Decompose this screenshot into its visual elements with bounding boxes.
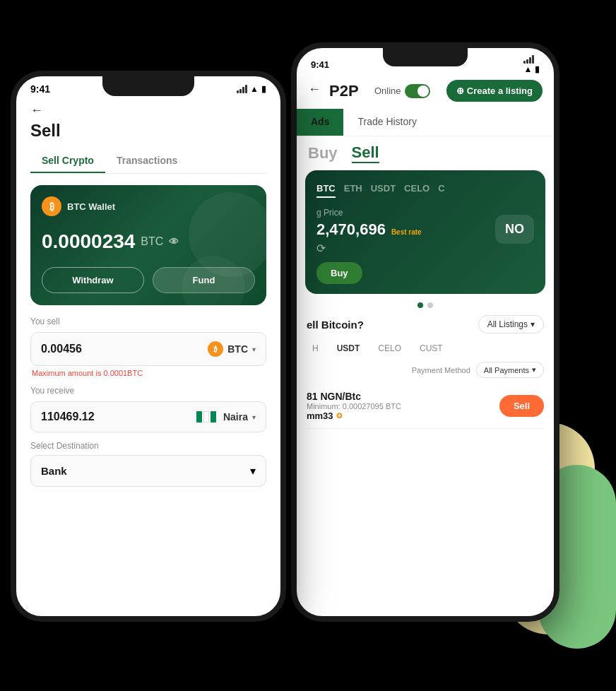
dot-1 — [417, 302, 423, 308]
wallet-actions: Withdraw Fund — [42, 267, 255, 293]
sell-currency-selector[interactable]: ₿ BTC ▾ — [208, 341, 256, 357]
listing-user: mm33 ✪ — [307, 411, 499, 421]
time-front: 9:41 — [30, 83, 50, 95]
filter-tab-cust[interactable]: CUST — [414, 341, 449, 356]
crypto-card-content: g Price 2,470,696 Best rate ⟳ Buy NO — [316, 208, 534, 284]
receive-value: 110469.12 — [41, 411, 196, 423]
payment-method-row: Payment Method All Payments ▾ — [307, 362, 544, 378]
filter-tab-usdt[interactable]: USDT — [331, 341, 366, 356]
wifi-icon-front: ▲ — [250, 84, 259, 94]
fund-button[interactable]: Fund — [153, 267, 255, 293]
all-listings-label: All Listings — [487, 319, 528, 329]
you-sell-label: You sell — [30, 317, 266, 326]
btc-mini-icon: ₿ — [208, 341, 223, 357]
sell-header: ← Sell Sell Crypto Transactions — [16, 98, 280, 174]
best-rate-badge: Best rate — [391, 228, 422, 236]
sell-screen: ← Sell Sell Crypto Transactions ₿ BTC Wa… — [16, 98, 280, 609]
payment-method-label: Payment Method — [412, 366, 470, 374]
error-message: Maximum amount is 0.0001BTC — [30, 369, 266, 377]
sell-button[interactable]: Sell — [352, 143, 379, 163]
back-arrow-p2p[interactable]: ← — [308, 82, 321, 97]
online-label: Online — [374, 85, 401, 96]
no-listing-card: NO — [495, 215, 534, 244]
battery-icon: ▮ — [535, 64, 540, 74]
you-receive-label: You receive — [30, 386, 266, 396]
sell-currency-name: BTC — [227, 343, 248, 355]
online-toggle: Online — [374, 84, 431, 98]
destination-section: Select Destination Bank ▾ — [30, 441, 266, 487]
sell-phone: 9:41 ▲ ▮ ← Sell Sell Crypto Transactions — [11, 71, 286, 622]
all-listings-button[interactable]: All Listings ▾ — [478, 315, 544, 333]
crypto-tab-usdt[interactable]: USDT — [371, 180, 396, 198]
tab-ads[interactable]: Ads — [297, 109, 343, 136]
crypto-filter-tabs: H USDT CELO CUST — [307, 341, 544, 356]
sell-tabs: Sell Crypto Transactions — [30, 149, 266, 174]
bank-select[interactable]: Bank ▾ — [30, 455, 266, 487]
sell-input-row[interactable]: 0.00456 ₿ BTC ▾ — [30, 332, 266, 366]
sell-pill-button[interactable]: Sell — [499, 395, 544, 417]
crypto-tab-btc[interactable]: BTC — [316, 180, 336, 198]
signal-icon — [523, 55, 540, 64]
back-arrow-sell[interactable]: ← — [30, 103, 266, 118]
p2p-phone: 9:41 ▲ ▮ ← P2P Online ⊕ Create a listing — [291, 42, 559, 622]
filter-tab-h[interactable]: H — [307, 341, 324, 356]
status-icons-back: ▲ ▮ — [523, 55, 540, 74]
p2p-tabs: Ads Trade History — [297, 109, 554, 136]
tab-sell-crypto[interactable]: Sell Crypto — [30, 149, 105, 173]
bank-label: Bank — [41, 465, 67, 477]
sell-bitcoin-section: ell Bitcoin? All Listings ▾ H USDT CELO … — [297, 315, 554, 429]
withdraw-button[interactable]: Withdraw — [42, 267, 144, 293]
receive-currency-selector[interactable]: Naira ▾ — [196, 411, 256, 423]
listing-price: 81 NGN/Btc — [307, 391, 499, 402]
refresh-row: ⟳ — [316, 242, 422, 255]
wallet-header: ₿ BTC Wallet — [42, 196, 255, 216]
wifi-icon: ▲ — [523, 64, 532, 74]
chevron-down-payments-icon: ▾ — [532, 365, 536, 374]
crypto-card-right: NO — [495, 208, 534, 284]
min-label: Minimum: 0.00027095 BTC — [307, 402, 401, 411]
card-buy-button[interactable]: Buy — [316, 262, 362, 284]
chevron-down-bank-icon: ▾ — [250, 464, 256, 478]
sell-bitcoin-title: ell Bitcoin? — [307, 319, 364, 331]
buy-button[interactable]: Buy — [308, 144, 338, 163]
listing-row: 81 NGN/Btc Minimum: 0.00027095 BTC mm33 … — [307, 384, 544, 429]
buy-sell-row: Buy Sell — [297, 136, 554, 170]
create-listing-button[interactable]: ⊕ Create a listing — [446, 80, 543, 102]
wallet-balance: 0.0000234 BTC 👁 — [42, 230, 255, 253]
time-back: 9:41 — [311, 59, 329, 70]
carousel-dots — [297, 302, 554, 308]
tab-trade-history[interactable]: Trade History — [343, 109, 431, 136]
p2p-title: P2P — [329, 82, 359, 100]
filter-tab-celo[interactable]: CELO — [372, 341, 407, 356]
chevron-down-sell-icon: ▾ — [252, 346, 256, 353]
wallet-currency: BTC — [141, 235, 163, 248]
sell-value: 0.00456 — [41, 343, 208, 355]
crypto-tab-celo[interactable]: CELO — [404, 180, 430, 198]
sell-bitcoin-header: ell Bitcoin? All Listings ▾ — [307, 315, 544, 333]
toggle-knob — [417, 85, 429, 97]
all-payments-dropdown[interactable]: All Payments ▾ — [476, 362, 544, 378]
chevron-down-icon: ▾ — [531, 319, 535, 329]
plus-icon: ⊕ — [456, 85, 464, 96]
refresh-icon[interactable]: ⟳ — [316, 242, 326, 254]
notch-front — [102, 76, 194, 96]
crypto-tab-more[interactable]: C — [438, 180, 444, 198]
no-listing-label: NO — [505, 222, 524, 236]
all-payments-label: All Payments — [484, 366, 529, 374]
online-switch[interactable] — [405, 84, 430, 98]
notch-back — [383, 48, 468, 66]
verified-icon: ✪ — [336, 412, 342, 420]
listing-price-value: 2,470,696 Best rate — [316, 220, 422, 239]
receive-currency-name: Naira — [223, 411, 248, 423]
battery-icon-front: ▮ — [261, 84, 266, 94]
signal-icon-front — [237, 85, 247, 93]
destination-label: Select Destination — [30, 441, 266, 451]
listing-price-label: g Price — [316, 208, 422, 218]
eye-icon[interactable]: 👁 — [169, 236, 179, 247]
tab-transactions[interactable]: Transactions — [105, 149, 189, 173]
wallet-name: BTC Wallet — [67, 201, 115, 212]
create-listing-label: Create a listing — [467, 85, 533, 96]
listing-meta: Minimum: 0.00027095 BTC — [307, 402, 499, 411]
crypto-tab-eth[interactable]: ETH — [344, 180, 362, 198]
receive-input-row[interactable]: 110469.12 Naira ▾ — [30, 401, 266, 432]
